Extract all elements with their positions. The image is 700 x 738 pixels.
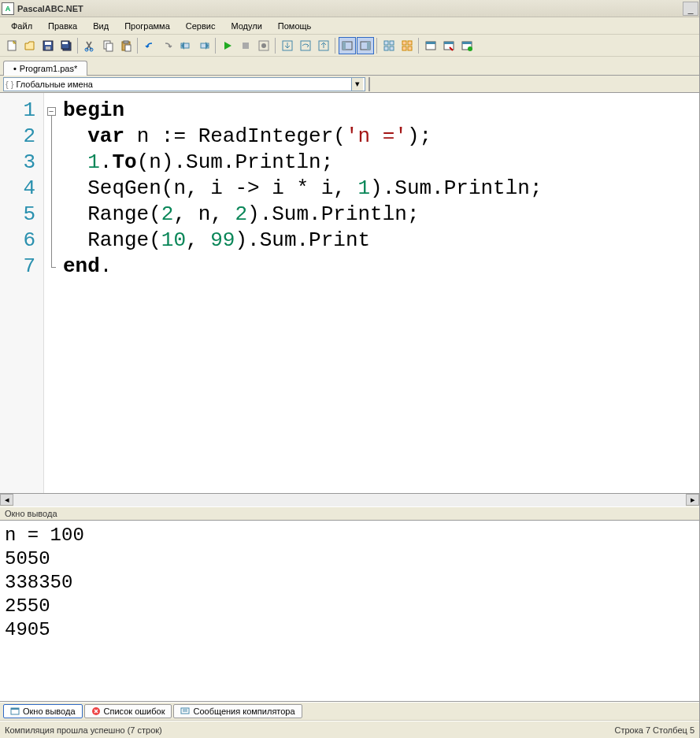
form3-button[interactable]	[458, 37, 476, 54]
app-icon: A	[2, 2, 14, 15]
msg-icon	[180, 706, 190, 716]
svg-rect-27	[390, 41, 394, 45]
svg-rect-23	[343, 42, 346, 50]
form-button[interactable]	[422, 37, 439, 54]
tab-compiler-messages[interactable]: Сообщения компилятора	[173, 704, 302, 718]
nav-dropdown-bar: { } Глобальные имена ▾	[0, 76, 699, 93]
cut-button[interactable]	[81, 37, 98, 54]
svg-rect-26	[384, 41, 388, 45]
svg-rect-35	[426, 42, 435, 44]
svg-rect-33	[408, 46, 412, 50]
svg-rect-29	[390, 46, 394, 50]
window-title: PascalABC.NET	[17, 4, 83, 13]
svg-rect-10	[106, 43, 113, 51]
run-button[interactable]	[219, 37, 236, 54]
toolbar	[0, 35, 699, 57]
minimize-button[interactable]: _	[683, 2, 698, 16]
panel-left-button[interactable]	[339, 37, 356, 54]
tab-output[interactable]: Окно вывода	[3, 704, 83, 718]
step-into-button[interactable]	[279, 37, 296, 54]
file-tab-active[interactable]: •Program1.pas*	[3, 61, 87, 76]
fold-column: −	[44, 93, 58, 493]
window-icon	[10, 706, 20, 716]
form2-button[interactable]	[440, 37, 457, 54]
svg-rect-32	[402, 46, 406, 50]
scope-dropdown[interactable]: { } Глобальные имена ▾	[3, 77, 365, 91]
tab-errors[interactable]: Список ошибок	[84, 704, 172, 718]
svg-point-40	[468, 46, 472, 51]
svg-rect-28	[384, 46, 388, 50]
scope-dropdown-label: Глобальные имена	[16, 80, 93, 89]
paste-button[interactable]	[117, 37, 135, 54]
error-icon	[91, 706, 101, 716]
svg-rect-13	[125, 45, 131, 51]
tab-label: Program1.pas*	[20, 64, 77, 73]
status-right: Строка 7 Столбец 5	[614, 725, 694, 735]
svg-rect-30	[402, 41, 406, 45]
tab-errors-label: Список ошибок	[104, 706, 165, 716]
scroll-right-icon[interactable]: ▸	[686, 494, 699, 506]
stop-button[interactable]	[237, 37, 254, 54]
fold-toggle-icon[interactable]: −	[47, 107, 56, 116]
braces-icon: { }	[6, 80, 13, 89]
svg-rect-12	[124, 41, 128, 43]
nav-back-button[interactable]	[177, 37, 194, 54]
scroll-left-icon[interactable]: ◂	[0, 494, 13, 506]
svg-rect-37	[444, 42, 454, 44]
step-over-button[interactable]	[297, 37, 314, 54]
save-button[interactable]	[39, 37, 57, 54]
code-content[interactable]: begin var n := ReadInteger('n ='); 1.To(…	[58, 93, 699, 493]
chevron-down-icon: ▾	[351, 78, 363, 91]
svg-rect-6	[62, 42, 68, 44]
undo-button[interactable]	[141, 37, 158, 54]
redo-button[interactable]	[159, 37, 176, 54]
svg-rect-31	[408, 41, 412, 45]
step-out-button[interactable]	[315, 37, 332, 54]
titlebar: A PascalABC.NET _	[0, 0, 699, 17]
svg-rect-25	[367, 42, 370, 50]
svg-rect-42	[11, 708, 19, 710]
nav-forward-button[interactable]	[195, 37, 213, 54]
svg-rect-16	[243, 43, 249, 49]
menu-modules[interactable]: Модули	[224, 20, 268, 32]
bottom-panel-tabs: Окно вывода Список ошибок Сообщения комп…	[0, 702, 699, 721]
menubar: Файл Правка Вид Программа Сервис Модули …	[0, 17, 699, 35]
tab-output-label: Окно вывода	[23, 706, 76, 716]
compile-button[interactable]	[255, 37, 272, 54]
svg-rect-3	[46, 46, 50, 50]
menu-view[interactable]: Вид	[87, 20, 115, 32]
menu-help[interactable]: Помощь	[272, 20, 318, 32]
open-file-button[interactable]	[21, 37, 39, 54]
copy-button[interactable]	[99, 37, 117, 54]
save-all-button[interactable]	[57, 37, 75, 54]
output-panel[interactable]: n = 100 5050 338350 2550 4905	[0, 521, 699, 702]
output-panel-header: Окно вывода	[0, 506, 699, 521]
panel-right-button[interactable]	[357, 37, 374, 54]
code-editor[interactable]: 1234567 − begin var n := ReadInteger('n …	[0, 93, 699, 493]
horizontal-scrollbar[interactable]: ◂ ▸	[0, 493, 699, 506]
status-left: Компиляция прошла успешно (7 строк)	[5, 725, 162, 735]
grid-button[interactable]	[380, 37, 398, 54]
grid2-button[interactable]	[398, 37, 416, 54]
file-tabs: •Program1.pas*	[0, 57, 699, 76]
menu-service[interactable]: Сервис	[180, 20, 222, 32]
svg-point-18	[261, 43, 266, 48]
statusbar: Компиляция прошла успешно (7 строк) Стро…	[0, 721, 699, 738]
menu-edit[interactable]: Правка	[42, 20, 83, 32]
new-file-button[interactable]	[3, 37, 20, 54]
menu-file[interactable]: Файл	[5, 20, 39, 32]
line-number-gutter: 1234567	[0, 93, 44, 493]
svg-rect-39	[462, 42, 472, 44]
svg-rect-2	[45, 42, 51, 45]
tab-compiler-label: Сообщения компилятора	[193, 706, 294, 716]
menu-program[interactable]: Программа	[118, 20, 176, 32]
